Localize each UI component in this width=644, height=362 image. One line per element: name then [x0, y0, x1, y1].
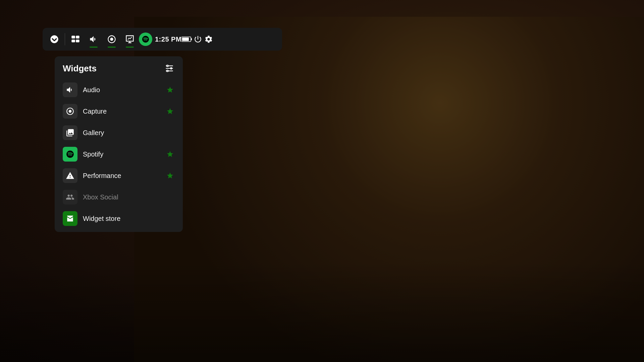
widget-item-widget-store[interactable]: Widget store [55, 208, 183, 229]
xbox-social-widget-icon [63, 190, 77, 204]
power-icon[interactable] [194, 35, 202, 44]
audio-widget-icon [63, 82, 77, 97]
widget-item-xbox-social[interactable]: Xbox Social [55, 186, 183, 208]
performance-widget-icon [63, 168, 77, 183]
performance-star[interactable] [165, 171, 175, 180]
top-bar-right-icons [194, 35, 213, 44]
gallery-label: Gallery [83, 129, 175, 137]
svg-point-11 [69, 110, 72, 113]
svg-point-8 [167, 65, 168, 66]
svg-rect-3 [76, 40, 79, 42]
time-section: 1:25 PM [155, 36, 181, 43]
xbox-logo-button[interactable] [45, 30, 63, 48]
filter-button[interactable] [164, 63, 175, 74]
svg-point-10 [167, 70, 168, 71]
svg-rect-1 [76, 36, 79, 39]
clock-display: 1:25 PM [155, 36, 181, 43]
widget-store-label: Widget store [83, 215, 175, 223]
svg-rect-0 [71, 36, 75, 39]
widget-store-icon [63, 211, 77, 226]
widget-item-performance[interactable]: Performance [55, 165, 183, 186]
widget-item-spotify[interactable]: Spotify [55, 143, 183, 165]
performance-label: Performance [83, 172, 160, 180]
capture-nav-button[interactable] [103, 30, 121, 48]
xbox-social-label: Xbox Social [83, 193, 175, 201]
svg-rect-7 [182, 38, 189, 41]
settings-icon[interactable] [204, 35, 213, 44]
widgets-panel: Widgets Audio [55, 56, 183, 232]
widget-item-gallery[interactable]: Gallery [55, 122, 183, 143]
widgets-header: Widgets [55, 56, 183, 79]
spotify-widget-icon [63, 147, 77, 162]
svg-rect-2 [71, 40, 75, 42]
spotify-nav-button[interactable] [139, 33, 152, 46]
capture-star[interactable] [165, 107, 175, 116]
gallery-widget-icon [63, 125, 77, 140]
spotify-star[interactable] [165, 149, 175, 159]
svg-point-4 [110, 38, 113, 41]
svg-rect-6 [191, 38, 192, 40]
widget-item-capture[interactable]: Capture [55, 101, 183, 122]
widget-item-audio[interactable]: Audio [55, 79, 183, 101]
performance-nav-button[interactable] [121, 30, 139, 48]
group-button[interactable] [66, 30, 85, 48]
widgets-title: Widgets [63, 63, 97, 74]
capture-widget-icon [63, 104, 77, 119]
capture-label: Capture [83, 108, 160, 115]
audio-nav-button[interactable] [85, 30, 103, 48]
audio-star[interactable] [165, 85, 175, 95]
divider-1 [65, 33, 65, 45]
battery-indicator [181, 36, 192, 42]
spotify-label: Spotify [83, 150, 160, 158]
top-navigation-bar: 1:25 PM [43, 28, 282, 51]
audio-label: Audio [83, 86, 160, 94]
bottom-gradient [0, 261, 644, 362]
